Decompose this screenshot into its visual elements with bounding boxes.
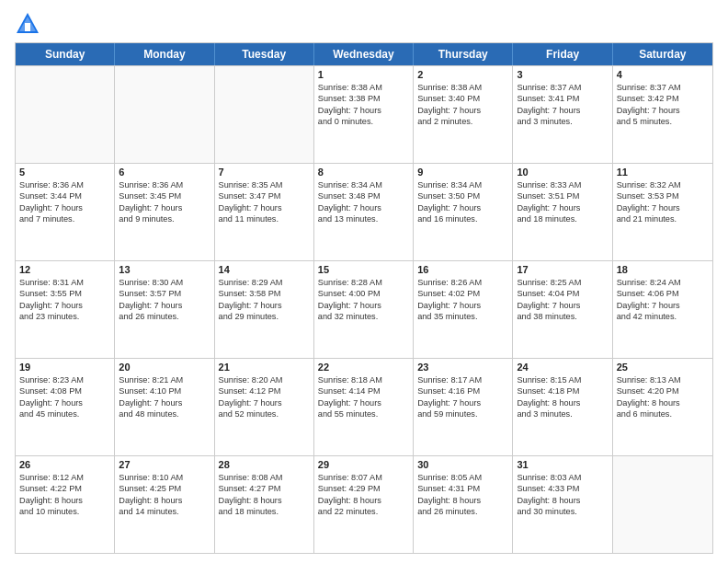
cal-cell xyxy=(115,66,214,163)
cell-line: Sunrise: 8:28 AM xyxy=(318,277,409,288)
cell-line: Sunset: 4:10 PM xyxy=(119,385,210,396)
cell-line: and 45 minutes. xyxy=(19,408,110,419)
cal-cell: 20Sunrise: 8:21 AMSunset: 4:10 PMDayligh… xyxy=(115,359,214,455)
cell-line: and 42 minutes. xyxy=(617,311,709,322)
cell-line: Sunset: 3:47 PM xyxy=(219,190,310,201)
cal-cell: 23Sunrise: 8:17 AMSunset: 4:16 PMDayligh… xyxy=(414,359,513,455)
day-number: 7 xyxy=(219,167,310,178)
cal-cell xyxy=(16,66,115,163)
cell-line: Sunset: 3:42 PM xyxy=(617,93,709,104)
cell-line: Sunset: 4:20 PM xyxy=(617,385,709,396)
cal-cell: 2Sunrise: 8:38 AMSunset: 3:40 PMDaylight… xyxy=(414,66,513,163)
cell-line: and 32 minutes. xyxy=(318,311,409,322)
cell-line: Sunrise: 8:34 AM xyxy=(417,179,508,190)
day-number: 20 xyxy=(119,362,210,373)
cell-line: Sunrise: 8:26 AM xyxy=(417,277,508,288)
day-number: 12 xyxy=(19,264,110,275)
cal-cell: 10Sunrise: 8:33 AMSunset: 3:51 PMDayligh… xyxy=(513,164,612,260)
cal-cell: 29Sunrise: 8:07 AMSunset: 4:29 PMDayligh… xyxy=(314,456,414,553)
cell-line: Daylight: 7 hours xyxy=(318,397,409,408)
cell-line: Sunrise: 8:24 AM xyxy=(617,277,709,288)
day-number: 4 xyxy=(617,69,709,80)
cal-cell: 13Sunrise: 8:30 AMSunset: 3:57 PMDayligh… xyxy=(115,261,214,358)
cell-line: and 11 minutes. xyxy=(219,213,310,224)
cal-cell xyxy=(613,456,712,553)
week-row-5: 26Sunrise: 8:12 AMSunset: 4:22 PMDayligh… xyxy=(16,455,712,553)
header-cell-tuesday: Tuesday xyxy=(215,43,314,65)
cal-cell: 12Sunrise: 8:31 AMSunset: 3:55 PMDayligh… xyxy=(16,261,115,358)
cell-line: Sunrise: 8:03 AM xyxy=(517,472,608,483)
cell-line: and 3 minutes. xyxy=(517,116,608,127)
week-row-2: 5Sunrise: 8:36 AMSunset: 3:44 PMDaylight… xyxy=(16,163,712,260)
day-number: 31 xyxy=(517,459,608,470)
cell-line: Daylight: 7 hours xyxy=(219,300,310,311)
cell-line: Sunset: 3:41 PM xyxy=(517,93,608,104)
day-number: 23 xyxy=(417,362,508,373)
cell-line: and 9 minutes. xyxy=(119,213,210,224)
cal-cell: 16Sunrise: 8:26 AMSunset: 4:02 PMDayligh… xyxy=(414,261,513,358)
day-number: 9 xyxy=(417,167,508,178)
cell-line: Daylight: 8 hours xyxy=(417,495,508,506)
cal-cell: 8Sunrise: 8:34 AMSunset: 3:48 PMDaylight… xyxy=(314,164,414,260)
header xyxy=(15,11,713,37)
cell-line: Sunset: 4:14 PM xyxy=(318,385,409,396)
cal-cell: 7Sunrise: 8:35 AMSunset: 3:47 PMDaylight… xyxy=(215,164,314,260)
cal-cell xyxy=(215,66,314,163)
day-number: 24 xyxy=(517,362,608,373)
cell-line: Sunrise: 8:12 AM xyxy=(19,472,110,483)
cell-line: Sunrise: 8:32 AM xyxy=(617,179,709,190)
cell-line: Daylight: 8 hours xyxy=(517,495,608,506)
cal-cell: 26Sunrise: 8:12 AMSunset: 4:22 PMDayligh… xyxy=(16,456,115,553)
cell-line: Sunrise: 8:34 AM xyxy=(318,179,409,190)
cell-line: Sunset: 3:40 PM xyxy=(417,93,508,104)
day-number: 29 xyxy=(318,459,409,470)
cell-line: Sunset: 4:25 PM xyxy=(119,483,210,494)
day-number: 6 xyxy=(119,167,210,178)
cal-cell: 25Sunrise: 8:13 AMSunset: 4:20 PMDayligh… xyxy=(613,359,712,455)
cell-line: Sunrise: 8:31 AM xyxy=(19,277,110,288)
calendar: SundayMondayTuesdayWednesdayThursdayFrid… xyxy=(15,42,713,554)
cal-cell: 15Sunrise: 8:28 AMSunset: 4:00 PMDayligh… xyxy=(314,261,414,358)
cal-cell: 18Sunrise: 8:24 AMSunset: 4:06 PMDayligh… xyxy=(613,261,712,358)
cell-line: Sunrise: 8:20 AM xyxy=(219,374,310,385)
day-number: 10 xyxy=(517,167,608,178)
cell-line: Sunrise: 8:36 AM xyxy=(119,179,210,190)
cell-line: Daylight: 8 hours xyxy=(219,495,310,506)
day-number: 14 xyxy=(219,264,310,275)
cell-line: Sunrise: 8:13 AM xyxy=(617,374,709,385)
cell-line: Daylight: 7 hours xyxy=(617,300,709,311)
calendar-body: 1Sunrise: 8:38 AMSunset: 3:38 PMDaylight… xyxy=(16,65,712,553)
cell-line: and 21 minutes. xyxy=(617,213,709,224)
cell-line: and 0 minutes. xyxy=(318,116,409,127)
cell-line: Sunset: 3:50 PM xyxy=(417,190,508,201)
day-number: 26 xyxy=(19,459,110,470)
day-number: 15 xyxy=(318,264,409,275)
cell-line: Sunset: 3:38 PM xyxy=(318,93,409,104)
cell-line: Sunrise: 8:29 AM xyxy=(219,277,310,288)
cell-line: Sunset: 3:44 PM xyxy=(19,190,110,201)
cell-line: Sunset: 3:57 PM xyxy=(119,288,210,299)
cell-line: Daylight: 7 hours xyxy=(219,202,310,213)
cell-line: Sunset: 3:45 PM xyxy=(119,190,210,201)
cell-line: Sunrise: 8:15 AM xyxy=(517,374,608,385)
cell-line: Daylight: 7 hours xyxy=(19,202,110,213)
day-number: 13 xyxy=(119,264,210,275)
day-number: 1 xyxy=(318,69,409,80)
cell-line: Sunset: 4:22 PM xyxy=(19,483,110,494)
day-number: 2 xyxy=(417,69,508,80)
cell-line: Daylight: 7 hours xyxy=(617,202,709,213)
cell-line: Sunset: 4:08 PM xyxy=(19,385,110,396)
cell-line: Daylight: 7 hours xyxy=(617,105,709,116)
header-cell-saturday: Saturday xyxy=(613,43,712,65)
logo xyxy=(15,11,44,37)
cell-line: and 55 minutes. xyxy=(318,408,409,419)
cell-line: Sunrise: 8:33 AM xyxy=(517,179,608,190)
cell-line: Sunrise: 8:18 AM xyxy=(318,374,409,385)
cell-line: Sunset: 4:00 PM xyxy=(318,288,409,299)
week-row-1: 1Sunrise: 8:38 AMSunset: 3:38 PMDaylight… xyxy=(16,65,712,163)
cell-line: Sunrise: 8:07 AM xyxy=(318,472,409,483)
cal-cell: 24Sunrise: 8:15 AMSunset: 4:18 PMDayligh… xyxy=(513,359,612,455)
cell-line: Sunrise: 8:17 AM xyxy=(417,374,508,385)
cell-line: and 14 minutes. xyxy=(119,506,210,517)
cell-line: and 26 minutes. xyxy=(417,506,508,517)
